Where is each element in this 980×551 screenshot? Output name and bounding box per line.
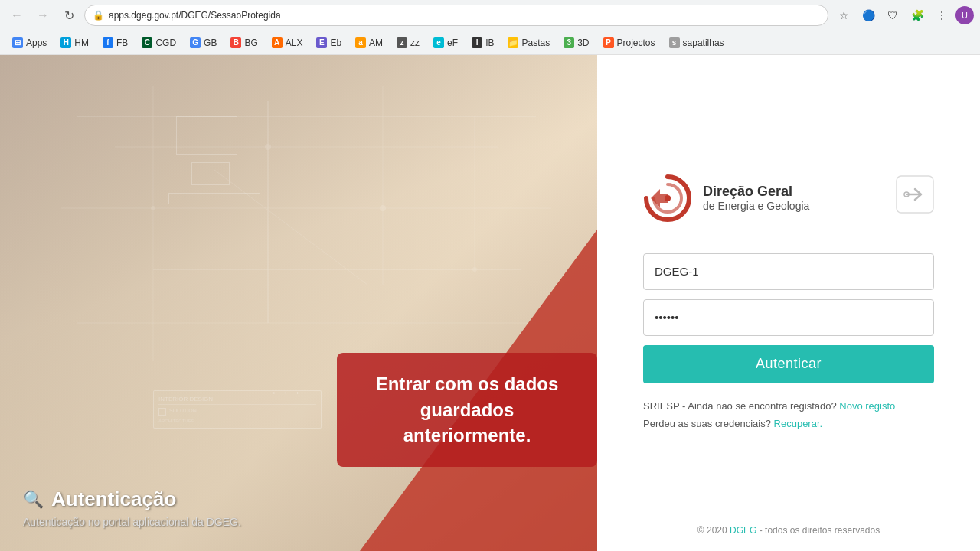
logo-sub-text: de Energia e Geologia	[703, 200, 809, 212]
bookmark-label-eb: Eb	[330, 37, 341, 48]
bookmarks-bar: ⊞ Apps H HM f FB C CGD G GB B BG A ALX E	[0, 31, 980, 55]
extension-icon-1[interactable]: 🔵	[858, 5, 879, 26]
menu-icon[interactable]: ⋮	[931, 5, 952, 26]
bookmark-favicon-cgd: C	[142, 37, 152, 48]
address-bar[interactable]: 🔒 apps.dgeg.gov.pt/DGEG/SessaoProtegida	[84, 5, 828, 26]
extension-icon-2[interactable]: 🛡	[882, 5, 903, 26]
bookmark-gb[interactable]: G GB	[184, 35, 223, 51]
bookmark-pastas[interactable]: 📁 Pastas	[501, 35, 556, 51]
bookmark-favicon-sap: s	[669, 37, 680, 48]
autenticar-button[interactable]: Autenticar	[643, 345, 934, 383]
bookmark-eb[interactable]: E Eb	[310, 35, 348, 51]
bookmark-label-hm: HM	[74, 37, 89, 48]
bookmark-favicon-zz: z	[397, 37, 407, 48]
browser-toolbar: ← → ↻ 🔒 apps.dgeg.gov.pt/DGEG/SessaoProt…	[0, 0, 980, 31]
bookmark-am[interactable]: a AM	[349, 35, 389, 51]
extensions-icon[interactable]: 🧩	[906, 5, 928, 26]
bookmark-label-gb: GB	[204, 37, 217, 48]
bookmark-3d[interactable]: 3 3D	[557, 35, 595, 51]
auth-title: Autenticação	[51, 487, 176, 511]
logo-main-text: Direção Geral	[703, 184, 809, 200]
bottom-left-info: 🔍 Autenticação Autenticação no portal ap…	[23, 487, 241, 528]
bookmark-label-zz: zz	[410, 37, 420, 48]
left-panel: INTERIOR DESIGN SOLUTION ARCHITECTURE → …	[0, 55, 597, 551]
svg-point-10	[151, 206, 155, 210]
bookmark-favicon-am: a	[355, 37, 366, 48]
svg-point-11	[380, 205, 386, 211]
bookmark-label-ib: IB	[485, 37, 494, 48]
auth-subtitle: Autenticação no portal aplicacional da D…	[23, 516, 241, 528]
bookmark-label-apps: Apps	[26, 37, 47, 48]
bookmark-label-sapatilhas: sapatilhas	[683, 37, 724, 48]
bookmark-fb[interactable]: f FB	[96, 35, 134, 51]
bookmark-favicon-gb: G	[190, 37, 201, 48]
svg-line-13	[214, 170, 368, 285]
bookmark-cgd[interactable]: C CGD	[136, 35, 182, 51]
bookmark-favicon-ib: I	[472, 37, 482, 48]
logo-text-area: Direção Geral de Energia e Geologia	[703, 184, 809, 212]
avatar[interactable]: U	[956, 6, 974, 24]
bookmark-favicon-hm: H	[60, 37, 71, 48]
star-icon[interactable]: ☆	[833, 5, 854, 26]
logo-area: Direção Geral de Energia e Geologia	[643, 174, 934, 223]
bookmark-alx[interactable]: A ALX	[266, 35, 309, 51]
login-container: Direção Geral de Energia e Geologia	[643, 174, 934, 433]
username-field[interactable]	[643, 253, 934, 290]
auth-title-area: 🔍 Autenticação	[23, 487, 241, 511]
bookmark-ef[interactable]: e eF	[427, 35, 464, 51]
arrows-indicator: → → →	[268, 387, 301, 398]
bookmark-label-alx: ALX	[286, 37, 303, 48]
bookmark-favicon-bg: B	[230, 37, 241, 48]
bookmark-favicon-proj: P	[603, 37, 614, 48]
toolbar-icons: ☆ 🔵 🛡 🧩 ⋮ U	[833, 5, 974, 26]
logo-left: Direção Geral de Energia e Geologia	[643, 174, 809, 223]
bookmark-favicon-fb: f	[103, 37, 113, 48]
tooltip-box: Entrar com os dados guardados anteriorme…	[337, 353, 597, 467]
login-arrow-icon	[896, 175, 934, 220]
sriesp-text: SRIESP - Ainda não se encontra registado…	[643, 400, 837, 412]
dgeg-logo	[643, 174, 692, 223]
bookmark-label-ef: eF	[447, 37, 458, 48]
browser-chrome: ← → ↻ 🔒 apps.dgeg.gov.pt/DGEG/SessaoProt…	[0, 0, 980, 55]
forward-button[interactable]: →	[32, 5, 54, 26]
url-text: apps.dgeg.gov.pt/DGEG/SessaoProtegida	[109, 10, 281, 21]
footer-suffix: - todos os direitos reservados	[760, 525, 880, 536]
bookmark-label-pastas: Pastas	[521, 37, 550, 48]
footer-brand-link[interactable]: DGEG	[730, 525, 756, 536]
bookmark-label-3d: 3D	[577, 37, 589, 48]
bookmark-favicon-alx: A	[272, 37, 283, 48]
right-panel: Direção Geral de Energia e Geologia	[597, 55, 980, 551]
bookmark-projectos[interactable]: P Projectos	[597, 35, 662, 51]
bookmark-apps[interactable]: ⊞ Apps	[6, 35, 53, 51]
bookmark-favicon-eb: E	[316, 37, 327, 48]
bookmark-label-am: AM	[369, 37, 383, 48]
bookmark-ib[interactable]: I IB	[466, 35, 500, 51]
novo-registo-link[interactable]: Novo registo	[839, 400, 895, 412]
bookmark-label-cgd: CGD	[155, 37, 176, 48]
bookmark-favicon-3d: 3	[564, 37, 574, 48]
perdeu-line: Perdeu as suas credenciais? Recuperar.	[643, 415, 934, 432]
tooltip-text: Entrar com os dados guardados anteriorme…	[376, 373, 559, 445]
bookmark-favicon-pastas: 📁	[508, 37, 518, 48]
sriesp-line: SRIESP - Ainda não se encontra registado…	[643, 397, 934, 415]
svg-point-9	[265, 144, 271, 150]
bookmark-label-bg: BG	[244, 37, 257, 48]
footer-copyright: © 2020	[697, 525, 727, 536]
bookmark-sapatilhas[interactable]: s sapatilhas	[663, 35, 730, 51]
right-footer: © 2020 DGEG - todos os direitos reservad…	[697, 525, 880, 536]
bookmark-favicon-ef: e	[433, 37, 444, 48]
auth-icon: 🔍	[23, 490, 44, 510]
bookmark-label-projectos: Projectos	[617, 37, 655, 48]
page-content: INTERIOR DESIGN SOLUTION ARCHITECTURE → …	[0, 55, 980, 551]
bookmark-bg[interactable]: B BG	[224, 35, 263, 51]
links-area: SRIESP - Ainda não se encontra registado…	[643, 397, 934, 433]
bookmark-label-fb: FB	[116, 37, 128, 48]
bookmark-zz[interactable]: z zz	[390, 35, 426, 51]
perdeu-text: Perdeu as suas credenciais?	[643, 418, 771, 429]
recuperar-link[interactable]: Recuperar.	[774, 418, 823, 429]
bookmark-hm[interactable]: H HM	[54, 35, 95, 51]
bookmark-favicon-apps: ⊞	[12, 37, 23, 48]
password-field[interactable]	[643, 299, 934, 336]
reload-button[interactable]: ↻	[58, 5, 80, 26]
back-button[interactable]: ←	[6, 5, 28, 26]
